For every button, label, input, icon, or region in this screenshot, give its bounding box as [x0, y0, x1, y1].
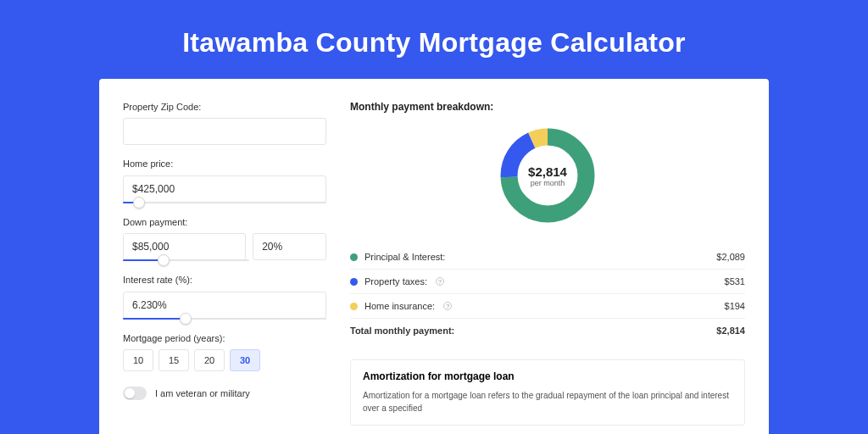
- legend-dot-icon: [350, 253, 358, 261]
- total-row: Total monthly payment: $2,814: [350, 319, 745, 342]
- down-payment-input[interactable]: [123, 233, 246, 260]
- calculator-card: Property Zip Code: Home price: Down paym…: [99, 79, 769, 434]
- period-button-10[interactable]: 10: [123, 349, 153, 371]
- inputs-column: Property Zip Code: Home price: Down paym…: [123, 101, 326, 426]
- legend-label: Principal & Interest:: [364, 252, 445, 262]
- home-price-label: Home price:: [123, 158, 326, 170]
- zip-input[interactable]: [123, 118, 326, 145]
- amortization-title: Amortization for mortgage loan: [363, 370, 732, 382]
- period-buttons: 10152030: [123, 349, 326, 371]
- down-payment-label: Down payment:: [123, 216, 326, 229]
- breakdown-title: Monthly payment breakdown:: [350, 101, 745, 113]
- veteran-toggle[interactable]: [123, 387, 147, 400]
- period-label: Mortgage period (years):: [123, 332, 326, 345]
- period-button-20[interactable]: 20: [194, 349, 225, 371]
- slider-thumb[interactable]: [133, 197, 145, 209]
- legend-value: $2,089: [716, 252, 745, 262]
- rate-slider[interactable]: [123, 318, 326, 320]
- down-payment-pct-input[interactable]: [253, 233, 326, 260]
- donut-sublabel: per month: [531, 179, 565, 187]
- rate-input[interactable]: [123, 292, 326, 319]
- veteran-label: I am veteran or military: [155, 388, 250, 398]
- legend-row: Home insurance:?$194: [350, 294, 745, 318]
- legend-row: Principal & Interest:$2,089: [350, 245, 745, 269]
- legend-row: Property taxes:?$531: [350, 270, 745, 293]
- breakdown-column: Monthly payment breakdown: $2,814 per mo…: [350, 101, 745, 426]
- page-title: Itawamba County Mortgage Calculator: [0, 0, 868, 79]
- help-icon[interactable]: ?: [443, 302, 452, 310]
- rate-label: Interest rate (%):: [123, 274, 326, 287]
- legend-dot-icon: [350, 278, 358, 286]
- home-price-input[interactable]: [123, 175, 326, 203]
- amortization-text: Amortization for a mortgage loan refers …: [363, 389, 732, 415]
- amortization-section: Amortization for mortgage loan Amortizat…: [350, 359, 745, 426]
- legend-label: Home insurance:: [364, 301, 435, 311]
- down-payment-slider[interactable]: [123, 259, 249, 261]
- legend-value: $194: [725, 301, 745, 311]
- payment-donut-chart: $2,814 per month: [497, 125, 598, 226]
- legend-dot-icon: [350, 303, 358, 310]
- slider-thumb[interactable]: [180, 313, 192, 325]
- home-price-slider[interactable]: [123, 202, 326, 203]
- slider-thumb[interactable]: [158, 254, 170, 266]
- help-icon[interactable]: ?: [436, 277, 444, 286]
- donut-amount: $2,814: [528, 164, 567, 179]
- period-button-15[interactable]: 15: [159, 349, 189, 371]
- period-button-30[interactable]: 30: [230, 349, 260, 371]
- legend-label: Property taxes:: [364, 276, 427, 287]
- legend-value: $531: [725, 276, 745, 287]
- zip-label: Property Zip Code:: [123, 101, 326, 114]
